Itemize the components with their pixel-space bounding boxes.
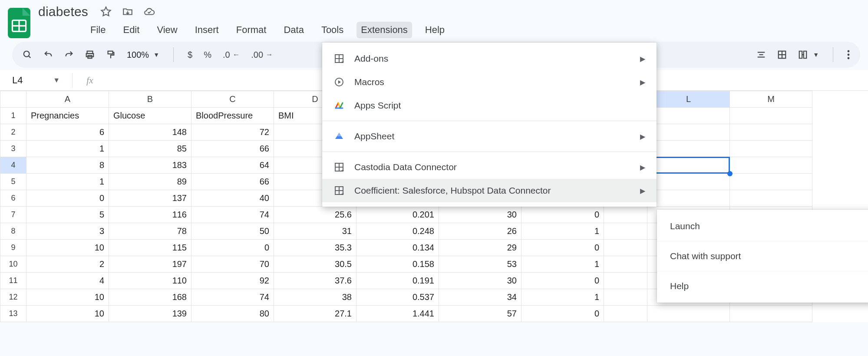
menu-coefficient[interactable]: + Coefficient: Salesforce, Hubspot Data … xyxy=(322,179,657,202)
alignment-icon[interactable] xyxy=(756,50,766,59)
row-header[interactable]: 12 xyxy=(0,289,26,306)
cell[interactable]: 57 xyxy=(439,306,521,322)
document-title[interactable]: diabetes xyxy=(38,4,88,19)
cell[interactable]: 137 xyxy=(109,190,191,207)
cell[interactable]: 40 xyxy=(191,190,274,207)
cell[interactable]: 31 xyxy=(274,223,356,240)
cell[interactable]: 53 xyxy=(439,256,521,273)
cell[interactable]: 0 xyxy=(521,240,604,256)
menu-extensions[interactable]: Extensions xyxy=(356,22,412,38)
cell[interactable]: 0 xyxy=(191,240,274,256)
cell[interactable]: 30 xyxy=(439,273,521,289)
cell[interactable]: 25.6 xyxy=(274,207,356,223)
cell[interactable]: 8 xyxy=(26,157,109,174)
cell[interactable]: 0.537 xyxy=(356,289,439,306)
cell[interactable]: 85 xyxy=(109,141,191,157)
cell[interactable] xyxy=(647,108,730,124)
cell[interactable]: 34 xyxy=(439,289,521,306)
print-icon[interactable] xyxy=(85,50,95,59)
cell[interactable]: 64 xyxy=(191,157,274,174)
cell[interactable]: 0.158 xyxy=(356,256,439,273)
cell[interactable] xyxy=(647,141,730,157)
menu-view[interactable]: View xyxy=(152,22,182,38)
cell[interactable]: Glucose xyxy=(109,108,191,124)
cell[interactable]: 0.248 xyxy=(356,223,439,240)
cell[interactable]: 38 xyxy=(274,289,356,306)
cell[interactable] xyxy=(647,174,730,190)
column-header-L[interactable]: L xyxy=(647,91,730,108)
cell[interactable]: 89 xyxy=(109,174,191,190)
cell[interactable]: 0.191 xyxy=(356,273,439,289)
row-header[interactable]: 1 xyxy=(0,108,26,124)
cell[interactable]: 50 xyxy=(191,223,274,240)
cell[interactable]: 29 xyxy=(439,240,521,256)
cell[interactable]: 1 xyxy=(26,174,109,190)
format-percent-button[interactable]: % xyxy=(204,50,211,60)
menu-edit[interactable]: Edit xyxy=(119,22,144,38)
cell[interactable] xyxy=(647,124,730,141)
menu-tools[interactable]: Tools xyxy=(317,22,348,38)
row-header[interactable]: 10 xyxy=(0,256,26,273)
cell[interactable]: 30 xyxy=(439,207,521,223)
cell[interactable]: 10 xyxy=(26,240,109,256)
cell[interactable] xyxy=(730,124,812,141)
cell[interactable]: 115 xyxy=(109,240,191,256)
submenu-launch[interactable]: Launch xyxy=(657,211,868,241)
cell[interactable]: BloodPressure xyxy=(191,108,274,124)
increase-decimals-button[interactable]: .00→ xyxy=(251,50,273,60)
cell[interactable]: 35.3 xyxy=(274,240,356,256)
cell[interactable] xyxy=(730,141,812,157)
menu-addons[interactable]: + Add-ons ▶ xyxy=(322,47,657,70)
paint-format-icon[interactable] xyxy=(106,50,116,59)
cell[interactable]: 80 xyxy=(191,306,274,322)
cell[interactable]: 92 xyxy=(191,273,274,289)
cell[interactable] xyxy=(730,108,812,124)
row-header[interactable]: 11 xyxy=(0,273,26,289)
row-header[interactable]: 7 xyxy=(0,207,26,223)
cell[interactable]: 66 xyxy=(191,174,274,190)
submenu-chat-support[interactable]: Chat with support xyxy=(657,241,868,271)
cell[interactable] xyxy=(604,223,647,240)
cell[interactable]: Pregnancies xyxy=(26,108,109,124)
cell[interactable]: 110 xyxy=(109,273,191,289)
more-icon[interactable] xyxy=(847,50,850,59)
cell[interactable]: 1 xyxy=(521,256,604,273)
menu-help[interactable]: Help xyxy=(421,22,449,38)
cell[interactable]: 37.6 xyxy=(274,273,356,289)
cell[interactable] xyxy=(604,273,647,289)
cell[interactable]: 5 xyxy=(26,207,109,223)
cell[interactable]: 1 xyxy=(26,141,109,157)
cell[interactable] xyxy=(604,240,647,256)
menu-apps-script[interactable]: Apps Script xyxy=(322,94,657,117)
move-icon[interactable] xyxy=(122,6,133,17)
name-box[interactable]: L4 ▼ xyxy=(8,73,64,88)
cell[interactable]: 116 xyxy=(109,207,191,223)
cell[interactable]: 148 xyxy=(109,124,191,141)
cell[interactable]: 6 xyxy=(26,124,109,141)
cell[interactable]: 0 xyxy=(521,273,604,289)
column-header-B[interactable]: B xyxy=(109,91,191,108)
cell[interactable]: 139 xyxy=(109,306,191,322)
sheets-logo-icon[interactable] xyxy=(8,8,30,38)
cell[interactable] xyxy=(730,306,812,322)
cell[interactable] xyxy=(604,289,647,306)
menu-appsheet[interactable]: AppSheet ▶ xyxy=(322,125,657,148)
row-header[interactable]: 4 xyxy=(0,157,26,174)
undo-icon[interactable] xyxy=(43,50,53,59)
cell[interactable]: 72 xyxy=(191,124,274,141)
menu-macros[interactable]: Macros ▶ xyxy=(322,70,657,94)
cell[interactable]: 168 xyxy=(109,289,191,306)
cell[interactable]: 2 xyxy=(26,256,109,273)
cell[interactable]: 30.5 xyxy=(274,256,356,273)
submenu-help[interactable]: Help xyxy=(657,271,868,301)
cell[interactable]: 183 xyxy=(109,157,191,174)
zoom-select[interactable]: 100%▼ xyxy=(127,50,159,60)
column-header-M[interactable]: M xyxy=(730,91,812,108)
cell[interactable]: 10 xyxy=(26,306,109,322)
decrease-decimals-button[interactable]: .0← xyxy=(223,50,240,60)
cell[interactable] xyxy=(604,207,647,223)
menu-data[interactable]: Data xyxy=(279,22,308,38)
cell[interactable]: 0 xyxy=(26,190,109,207)
select-all-corner[interactable] xyxy=(0,91,26,108)
row-header[interactable]: 2 xyxy=(0,124,26,141)
